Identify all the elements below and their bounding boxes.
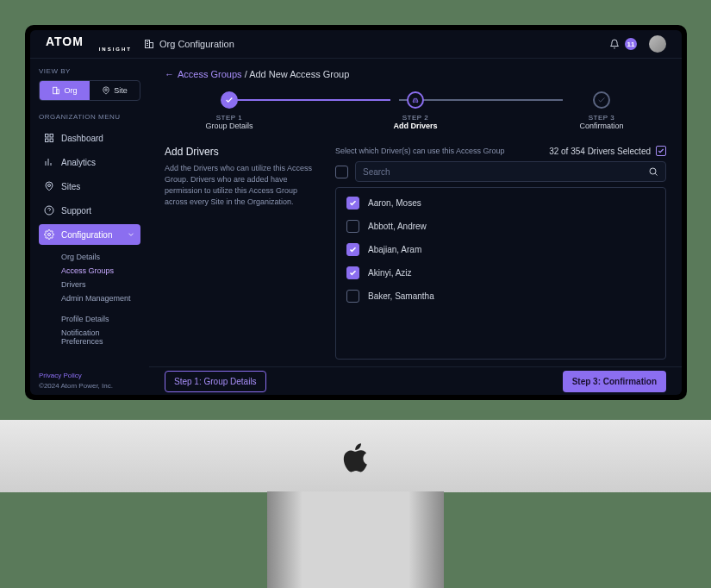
svg-point-15 — [48, 185, 51, 187]
sidebar-item-label: Support — [61, 206, 91, 216]
step-2[interactable]: STEP 2 Add Drivers — [377, 91, 454, 130]
selection-count: 32 of 354 Drivers Selected — [549, 146, 666, 156]
monitor-bezel: ATOM INSIGHT Org Configuration 11 VIEW B… — [25, 25, 687, 400]
monitor-chin — [0, 420, 711, 492]
svg-rect-1 — [150, 43, 153, 48]
apple-logo-icon — [339, 437, 373, 479]
svg-rect-8 — [46, 134, 49, 138]
viewby-segmented: Org Site — [39, 80, 140, 101]
notification-badge[interactable]: 11 — [625, 38, 637, 50]
sub-item-admin-management[interactable]: Admin Management — [61, 291, 142, 305]
header-title: Org Configuration — [159, 39, 234, 49]
svg-line-22 — [655, 173, 657, 175]
building-icon — [144, 39, 154, 49]
bell-icon[interactable] — [609, 39, 620, 49]
check-icon — [225, 96, 234, 104]
driver-checkbox[interactable] — [346, 197, 359, 210]
svg-rect-6 — [57, 90, 59, 94]
sub-item-drivers[interactable]: Drivers — [61, 278, 142, 291]
step-3[interactable]: STEP 3 Confirmation — [563, 91, 640, 130]
sidebar-item-label: Configuration — [61, 230, 112, 240]
selection-label: Select which Driver(s) can use this Acce… — [335, 147, 505, 155]
search-input[interactable] — [363, 167, 648, 177]
sidebar-item-dashboard[interactable]: Dashboard — [39, 128, 140, 148]
seg-site[interactable]: Site — [90, 81, 140, 100]
step-1[interactable]: STEP 1 Group Details — [190, 91, 268, 130]
back-arrow-icon[interactable]: ← — [165, 69, 174, 79]
step-3-name: Confirmation — [579, 122, 623, 130]
sub-item-access-groups[interactable]: Access Groups — [61, 264, 142, 278]
menu-label: ORGANIZATION MENU — [39, 113, 142, 121]
copyright: ©2024 Atom Power, Inc. — [39, 382, 142, 390]
step-2-circle — [407, 91, 424, 109]
select-all-checkbox[interactable] — [656, 146, 666, 156]
sidebar-item-configuration[interactable]: Configuration — [39, 224, 140, 245]
search-row — [335, 161, 666, 182]
svg-rect-5 — [53, 87, 57, 94]
search-field[interactable] — [355, 161, 666, 182]
gear-icon — [44, 229, 54, 240]
selection-count-text: 32 of 354 Drivers Selected — [549, 147, 651, 156]
next-button[interactable]: Step 3: Confirmation — [563, 371, 666, 392]
page-title-header: Org Configuration — [144, 39, 234, 49]
main: ←Access Groups / Add New Access Group ST… — [149, 59, 682, 395]
svg-point-20 — [417, 102, 418, 103]
search-icon[interactable] — [648, 166, 658, 177]
step-3-num: STEP 3 — [589, 114, 614, 122]
step-2-num: STEP 2 — [402, 114, 428, 122]
driver-row[interactable]: Baker, Samantha — [336, 285, 665, 308]
sub-item-profile-details[interactable]: Profile Details — [61, 312, 142, 326]
check-circle-icon — [597, 96, 606, 104]
check-icon — [349, 269, 357, 277]
driver-checkbox[interactable] — [346, 243, 359, 256]
pin-icon — [102, 86, 110, 95]
app-screen: ATOM INSIGHT Org Configuration 11 VIEW B… — [30, 30, 682, 395]
chart-icon — [44, 157, 54, 167]
avatar[interactable] — [649, 35, 666, 53]
seg-org-label: Org — [64, 86, 77, 95]
svg-rect-10 — [46, 139, 49, 142]
driver-row[interactable]: Akinyi, Aziz — [336, 261, 665, 285]
svg-point-7 — [105, 89, 108, 91]
step-1-num: STEP 1 — [216, 114, 242, 122]
config-sub-items: Org Details Access Groups Drivers Admin … — [39, 250, 142, 348]
top-right: 11 — [609, 35, 666, 53]
search-select-all-checkbox[interactable] — [335, 166, 348, 178]
svg-point-21 — [650, 168, 656, 174]
sidebar-item-label: Sites — [61, 182, 80, 191]
breadcrumb-link[interactable]: Access Groups — [178, 69, 242, 79]
sub-item-org-details[interactable]: Org Details — [61, 250, 142, 264]
sub-item-notification-preferences[interactable]: Notification Preferences — [61, 326, 142, 348]
driver-checkbox[interactable] — [346, 266, 359, 279]
seg-org[interactable]: Org — [40, 81, 90, 100]
section-desc: Add the Drivers who can utilize this Acc… — [165, 163, 320, 208]
pin-icon — [44, 181, 54, 191]
driver-list: Aaron, Moses Abbott, Andrew Abajian, Ara… — [335, 187, 666, 360]
content: Add Drivers Add the Drivers who can util… — [149, 142, 682, 366]
sidebar-item-analytics[interactable]: Analytics — [39, 152, 140, 172]
breadcrumb-rest: / Add New Access Group — [242, 69, 350, 79]
svg-point-19 — [414, 102, 415, 103]
help-icon — [44, 205, 54, 216]
driver-row[interactable]: Aaron, Moses — [336, 191, 665, 215]
driver-row[interactable]: Abbott, Andrew — [336, 215, 665, 238]
driver-name: Akinyi, Aziz — [368, 268, 412, 278]
driver-checkbox[interactable] — [346, 220, 359, 233]
svg-point-18 — [48, 234, 51, 236]
driver-row[interactable]: Abajian, Aram — [336, 238, 665, 261]
driver-panel: Select which Driver(s) can use this Acce… — [335, 146, 666, 360]
driver-name: Aaron, Moses — [368, 198, 421, 208]
step-2-name: Add Drivers — [393, 122, 437, 130]
body: VIEW BY Org Site ORGANIZATION MENU Dashb… — [30, 59, 682, 395]
top-bar: ATOM INSIGHT Org Configuration 11 — [30, 30, 682, 59]
back-button[interactable]: Step 1: Group Details — [165, 371, 266, 392]
sidebar-item-support[interactable]: Support — [39, 200, 140, 221]
privacy-policy-link[interactable]: Privacy Policy — [39, 372, 142, 379]
breadcrumb: ←Access Groups / Add New Access Group — [149, 59, 682, 83]
step-1-name: Group Details — [205, 122, 253, 130]
sidebar-item-label: Dashboard — [61, 134, 103, 143]
step-3-circle — [593, 91, 610, 109]
driver-checkbox[interactable] — [346, 290, 359, 303]
logo-main: ATOM — [46, 34, 84, 48]
sidebar-item-sites[interactable]: Sites — [39, 176, 140, 197]
